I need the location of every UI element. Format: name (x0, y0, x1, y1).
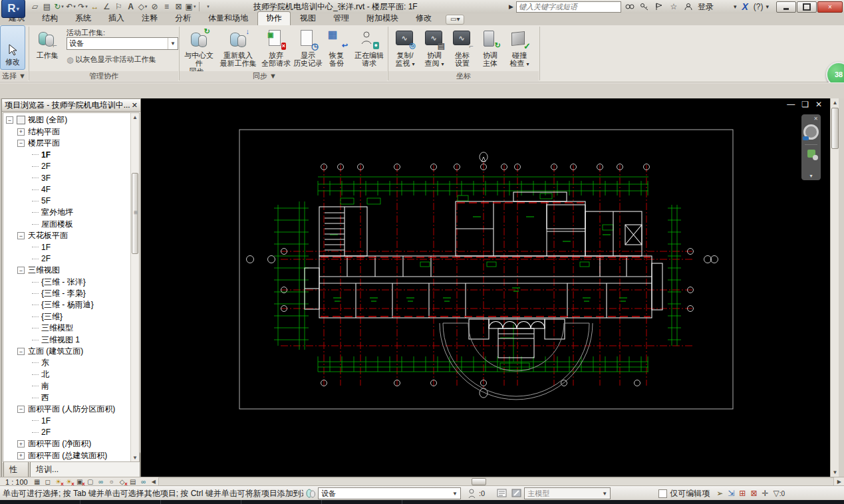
select-links-icon[interactable]: ➢ (716, 489, 723, 498)
tab-view[interactable]: 视图 (292, 12, 324, 25)
collapse-icon[interactable]: − (17, 348, 25, 355)
tree-item-south[interactable]: 南 (3, 380, 139, 392)
exchange-apps-icon[interactable]: X (742, 1, 748, 12)
search-input[interactable] (516, 1, 621, 13)
tree-item-area-plans-gross[interactable]: + 面积平面 (总建筑面积) (3, 449, 139, 461)
temporary-hide-isolate-icon[interactable]: ∞ (96, 478, 106, 486)
favorites-star-icon[interactable]: ☆ (668, 1, 680, 12)
show-crop-region-icon[interactable]: ▢ (85, 478, 96, 486)
communication-center-icon[interactable] (653, 1, 665, 12)
measure-icon[interactable]: ↔ (89, 1, 100, 12)
collapse-icon[interactable]: − (17, 232, 25, 239)
tree-item-roof-slab[interactable]: 屋面楼板 (3, 219, 139, 230)
close-icon[interactable]: ✕ (132, 101, 138, 110)
tree-item-3d-views[interactable]: − 三维视图 (3, 265, 139, 276)
tab-insert[interactable]: 插入 (100, 12, 132, 25)
sign-in-icon[interactable] (682, 1, 694, 12)
tree-item-floor-plans[interactable]: − 楼层平面 (3, 138, 139, 149)
navbar-more-icon[interactable]: ▾ (809, 173, 812, 179)
copy-monitor-button[interactable]: ∿ ◎ 复制/ 监视 ▾ (390, 27, 420, 69)
expand-icon[interactable]: + (17, 452, 25, 459)
tab-modify[interactable]: 修改 (408, 12, 440, 25)
view-close-icon[interactable]: ✕ (815, 100, 822, 109)
gray-inactive-worksets-toggle[interactable]: ◍ 以灰色显示非活动工作集 (67, 55, 156, 64)
project-browser-header[interactable]: 项目浏览器 - 技师学院机电培训中... ✕ (2, 99, 140, 112)
close-inactive-windows-icon[interactable]: ⊠ (173, 1, 184, 12)
tab-structure[interactable]: 结构 (34, 12, 66, 25)
worksets-status-icon[interactable] (305, 488, 316, 499)
undo-icon[interactable]: ↶▾ (65, 1, 76, 12)
sun-path-icon[interactable]: ☀x (53, 478, 64, 486)
expand-icon[interactable]: + (17, 440, 25, 447)
collapse-icon[interactable]: − (17, 406, 25, 413)
thin-lines-icon[interactable]: ≡ (161, 1, 172, 12)
crop-view-icon[interactable]: ▣x (74, 478, 85, 486)
select-by-face-icon[interactable]: ⊠ (750, 489, 757, 498)
tree-item-3d-lixiao[interactable]: {三维 - 李枭} (3, 288, 139, 299)
scroll-up-icon[interactable]: ▲ (131, 113, 139, 121)
tree-scroll-thumb[interactable] (132, 173, 138, 254)
design-options-edit-icon[interactable] (511, 489, 522, 498)
show-history-button[interactable]: ◷ 显示 历史记录 (292, 27, 324, 68)
sign-in-label[interactable]: 登录 (698, 1, 714, 13)
restore-button[interactable] (797, 1, 817, 13)
tree-scrollbar[interactable]: ▲ ▼ (130, 113, 139, 461)
select-underlay-icon[interactable]: ⇲ (728, 489, 734, 498)
tree-item-elevations[interactable]: − 立面 (建筑立面) (3, 346, 139, 357)
tree-item-area-1f[interactable]: 1F (3, 415, 139, 426)
synchronize-footer[interactable]: 同步 ▼ (180, 71, 350, 81)
tree-item-ceiling-2f[interactable]: 2F (3, 253, 139, 265)
view-minimize-icon[interactable]: — (787, 100, 795, 109)
sync-with-central-button[interactable]: ↻ 与中心文件 同步 ▾ (181, 27, 217, 77)
minimize-button[interactable] (776, 1, 796, 13)
editing-requests-button[interactable]: ● 正在编辑 请求 (351, 27, 387, 68)
view-restore-icon[interactable]: ❏ (801, 100, 809, 109)
vertical-scroll-thumb[interactable] (831, 108, 839, 149)
subscription-key-icon[interactable] (638, 1, 650, 12)
tree-item-3f[interactable]: 3F (3, 172, 139, 184)
sync-with-central-icon[interactable]: ↻▾ (53, 1, 65, 12)
tree-item-site[interactable]: 室外地坪 (3, 207, 139, 218)
editing-requests-status-icon[interactable] (468, 489, 476, 499)
visual-style-icon[interactable]: ◻ (43, 478, 53, 486)
tree-item-3d-zhangyang[interactable]: {三维 - 张洋} (3, 276, 139, 287)
horizontal-scroll-thumb[interactable] (472, 478, 486, 485)
coordinate-settings-button[interactable]: ∿ ⌐ 坐标 设置 (448, 27, 476, 68)
tree-item-1f[interactable]: 1F (3, 149, 139, 160)
open-icon[interactable]: ▱ (29, 1, 41, 12)
tree-item-area-plans-net[interactable]: + 面积平面 (净面积) (3, 438, 139, 449)
temporary-view-properties-icon[interactable]: ▤ (128, 478, 138, 486)
tab-systems[interactable]: 系统 (67, 12, 99, 25)
canvas-vertical-scrollbar[interactable]: ▲ ▼ (830, 98, 839, 477)
pan-zoom-icon[interactable] (807, 150, 815, 158)
tree-item-ceiling-plans[interactable]: − 天花板平面 (3, 230, 139, 241)
chevron-down-icon[interactable]: ▼ (602, 491, 607, 497)
select-pinned-icon[interactable]: ⊞ (739, 489, 746, 498)
application-menu-button[interactable]: R▾ (1, 0, 25, 18)
editable-only-checkbox[interactable]: 仅可编辑项 (658, 488, 710, 499)
tree-item-5f[interactable]: 5F (3, 195, 139, 207)
reload-latest-button[interactable]: ↓ 重新载入 最新工作集 (217, 27, 259, 68)
active-workset-status-dropdown[interactable]: 设备 ▼ (318, 487, 461, 499)
restore-backup-button[interactable]: ▦ ↩ 恢复 备份 (323, 27, 350, 68)
close-button[interactable]: × (817, 1, 843, 13)
worksharing-display-icon[interactable]: ◇x (117, 478, 128, 486)
filter-icon[interactable]: ▽:0 (774, 489, 785, 498)
tree-item-area-2f[interactable]: 2F (3, 427, 139, 438)
scroll-down-icon[interactable]: ▼ (131, 453, 139, 461)
design-options-icon[interactable] (497, 489, 507, 498)
relinquish-all-button[interactable]: ▣ × 放弃 全部请求 (259, 27, 293, 68)
expand-icon[interactable]: + (17, 128, 25, 136)
detail-level-icon[interactable]: ▦ (32, 478, 43, 486)
section-icon[interactable]: ⊘ (149, 1, 160, 12)
analytical-model-icon[interactable]: ∞ (138, 478, 149, 486)
scroll-left-icon[interactable]: ◀ (149, 479, 158, 485)
shadows-icon[interactable]: ☀x (64, 478, 74, 486)
tab-analyze[interactable]: 分析 (167, 12, 199, 25)
modify-button[interactable]: 修改 (0, 25, 25, 70)
tab-manage[interactable]: 管理 (325, 12, 357, 25)
switch-windows-icon[interactable]: ▣▾ (185, 1, 196, 12)
navbar-close-icon[interactable]: ✕ (813, 116, 818, 122)
chevron-down-icon[interactable]: ▼ (452, 491, 458, 497)
tree-item-area-plans-civil[interactable]: − 面积平面 (人防分区面积) (3, 404, 139, 415)
